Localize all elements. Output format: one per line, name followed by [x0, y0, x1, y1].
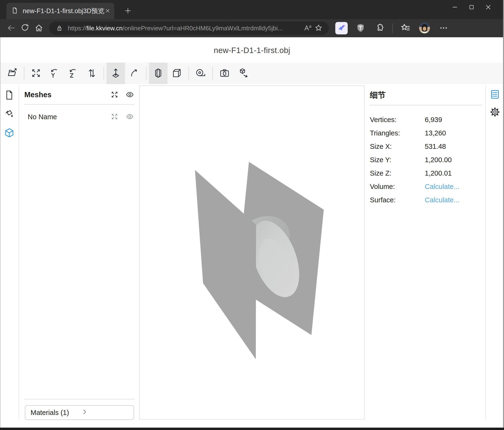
back-button[interactable]: [4, 21, 18, 35]
lock-icon: [54, 23, 65, 34]
tampermonkey-extension-button[interactable]: [354, 22, 367, 35]
sidebar-item-model-files[interactable]: [3, 89, 15, 101]
fit-to-window-button[interactable]: [27, 63, 45, 84]
calculate-volume-link[interactable]: Calculate...: [425, 183, 459, 191]
model-3d-render: [140, 86, 364, 419]
extensions-button[interactable]: [373, 22, 386, 35]
sidebar-item-materials[interactable]: [3, 108, 15, 120]
read-aloud-icon: [303, 23, 312, 33]
left-icon-rail: [0, 85, 19, 420]
gear-icon: [489, 107, 500, 118]
more-menu-button[interactable]: [437, 22, 450, 35]
xunlei-extension-button[interactable]: [335, 22, 348, 35]
snapshot-button[interactable]: [215, 63, 234, 84]
toolbar-divider: [212, 67, 213, 80]
meshes-panel-title: Meshes: [24, 91, 110, 99]
rotate-z-up-icon: [68, 68, 79, 79]
sidebar-item-meshes[interactable]: [3, 127, 15, 139]
detail-row-triangles: Triangles: 13,260: [370, 126, 482, 140]
extension-area: [335, 22, 450, 35]
panel-divider: [24, 399, 135, 399]
details-panel: 细节 Vertices: 6,939 Triangles: 13,260 Siz…: [370, 90, 482, 207]
perspective-camera-icon: [153, 68, 164, 79]
set-y-axis-up-button[interactable]: [45, 63, 64, 84]
model-viewport[interactable]: [139, 85, 365, 420]
free-orbit-button[interactable]: [125, 63, 144, 84]
close-icon: [105, 8, 110, 14]
set-z-axis-up-button[interactable]: [64, 63, 82, 84]
open-model-button[interactable]: [3, 63, 21, 84]
perspective-camera-button[interactable]: [149, 63, 168, 84]
flip-arrows-icon: [86, 68, 97, 79]
tab-title: new-F1-D1-1-first.obj3D预览: [23, 7, 105, 15]
mesh-cube-icon: [4, 127, 15, 139]
open-file-icon: [7, 68, 18, 79]
detail-row-surface: Surface: Calculate...: [370, 193, 482, 207]
window-minimize-button[interactable]: [447, 0, 462, 15]
browser-tab[interactable]: new-F1-D1-1-first.obj3D预览: [6, 3, 114, 19]
puzzle-icon: [375, 23, 385, 34]
new-tab-button[interactable]: [122, 5, 134, 17]
expand-arrows-icon: [111, 113, 118, 121]
toolbar-divider: [189, 67, 189, 80]
window-close-button[interactable]: [481, 0, 496, 15]
camera-icon: [219, 68, 230, 79]
window-right-border: [503, 0, 504, 430]
toggle-mesh-visibility-button[interactable]: [125, 112, 135, 122]
fit-mesh-button[interactable]: [110, 112, 119, 122]
export-model-button[interactable]: [234, 63, 252, 84]
cube-export-icon: [238, 68, 249, 79]
calculate-surface-link[interactable]: Calculate...: [425, 196, 459, 204]
chevron-right-icon: [81, 408, 131, 417]
fit-all-meshes-button[interactable]: [110, 90, 119, 100]
maximize-icon: [468, 4, 475, 11]
toolbar-divider: [146, 67, 146, 80]
toolbar-divider: [104, 67, 104, 80]
panel-divider: [370, 105, 482, 105]
refresh-button[interactable]: [18, 21, 32, 35]
mesh-list-item[interactable]: No Name: [28, 110, 135, 124]
refresh-icon: [20, 23, 30, 33]
minimize-icon: [451, 4, 459, 11]
settings-button[interactable]: [489, 107, 501, 118]
cube-icon: [171, 68, 182, 79]
detail-row-volume: Volume: Calculate...: [370, 180, 482, 193]
url-domain: file.kkview.cn: [86, 25, 123, 32]
expand-arrows-icon: [31, 68, 42, 79]
favorites-button[interactable]: [399, 22, 412, 35]
detail-row-size-x: Size X: 531.48: [370, 140, 482, 153]
url-scheme: https://: [68, 25, 86, 32]
bookmark-star-button[interactable]: [313, 23, 324, 34]
measure-button[interactable]: [191, 63, 210, 84]
plus-icon: [124, 7, 132, 16]
flip-up-vector-button[interactable]: [82, 63, 101, 84]
mesh-name: No Name: [28, 113, 110, 121]
detail-row-vertices: Vertices: 6,939: [370, 113, 482, 126]
favorites-star-list-icon: [400, 23, 411, 34]
toggle-all-visibility-button[interactable]: [125, 90, 135, 100]
profile-avatar: [418, 22, 431, 35]
file-icon: [4, 90, 15, 101]
details-tab-button[interactable]: [489, 89, 501, 100]
window-left-border: [0, 37, 0, 430]
curved-arrow-icon: [129, 68, 140, 79]
rotate-y-up-icon: [49, 68, 60, 79]
profile-button[interactable]: [418, 22, 431, 35]
browser-navbar: https://file.kkview.cn/onlinePreview?url…: [0, 19, 504, 37]
home-icon: [34, 23, 44, 33]
url-bar[interactable]: https://file.kkview.cn/onlinePreview?url…: [49, 21, 329, 35]
detail-row-size-y: Size Y: 1,200.00: [370, 153, 482, 167]
details-list-icon: [489, 89, 500, 101]
page-title: new-F1-D1-1-first.obj: [0, 46, 504, 55]
home-button[interactable]: [32, 21, 46, 35]
star-icon: [314, 24, 323, 33]
fixed-up-vector-button[interactable]: [107, 63, 125, 84]
window-maximize-button[interactable]: [464, 0, 479, 15]
materials-button[interactable]: Materials (1): [25, 405, 134, 420]
materials-button-label: Materials (1): [31, 409, 81, 417]
tab-close-button[interactable]: [105, 8, 110, 14]
page-favicon-icon: [11, 7, 18, 15]
toolbar-divider: [24, 67, 24, 80]
read-aloud-button[interactable]: [302, 23, 313, 34]
orthographic-camera-button[interactable]: [168, 63, 186, 84]
